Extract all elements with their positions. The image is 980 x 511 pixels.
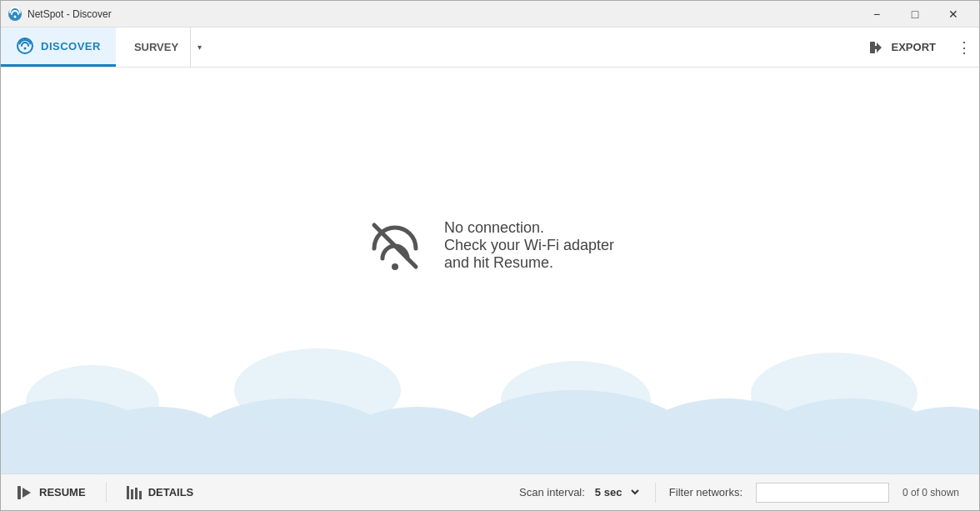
no-connection-panel: No connection. Check your Wi-Fi adapter … [366, 217, 614, 275]
clouds-decoration [1, 340, 979, 473]
no-connection-text: No connection. Check your Wi-Fi adapter … [444, 219, 614, 272]
scan-interval-label: Scan interval: [519, 486, 585, 498]
discover-icon [16, 37, 34, 55]
statusbar: RESUME DETAILS Scan interval: 5 sec 10 s… [1, 473, 979, 510]
window-controls: − □ ✕ [858, 1, 972, 28]
count-badge: 0 of 0 shown [902, 487, 969, 498]
export-icon [868, 40, 885, 55]
svg-rect-5 [870, 42, 875, 53]
no-connection-line1: No connection. [444, 219, 614, 237]
no-connection-line3: and hit Resume. [444, 254, 614, 272]
resume-button[interactable]: RESUME [11, 483, 92, 503]
more-menu-button[interactable]: ⋮ [949, 28, 979, 67]
export-label: EXPORT [892, 41, 936, 53]
svg-rect-9 [127, 486, 129, 499]
details-button[interactable]: DETAILS [120, 483, 201, 503]
resume-label: RESUME [39, 486, 86, 498]
resume-icon [18, 486, 32, 499]
svg-rect-10 [131, 489, 133, 499]
scan-interval-select[interactable]: 5 sec 10 sec 30 sec 60 sec [592, 485, 642, 499]
scan-interval: Scan interval: 5 sec 10 sec 30 sec 60 se… [519, 485, 642, 499]
svg-rect-8 [18, 486, 21, 499]
minimize-button[interactable]: − [858, 1, 896, 28]
svg-point-7 [392, 263, 398, 270]
close-button[interactable]: ✕ [934, 1, 972, 28]
discover-tab-label: DISCOVER [41, 40, 101, 53]
svg-point-1 [14, 15, 17, 18]
statusbar-divider-2 [655, 483, 656, 503]
no-wifi-icon [366, 217, 424, 275]
maximize-button[interactable]: □ [896, 1, 934, 28]
toolbar: DISCOVER SURVEY ▾ EXPORT ⋮ [1, 28, 979, 68]
titlebar: NetSpot - Discover − □ ✕ [1, 1, 979, 28]
no-connection-line2: Check your Wi-Fi adapter [444, 237, 614, 254]
filter-networks-input[interactable] [756, 483, 889, 503]
tab-survey[interactable]: SURVEY [116, 28, 190, 67]
details-icon [127, 486, 142, 499]
svg-rect-11 [135, 488, 138, 499]
svg-point-3 [24, 48, 27, 50]
export-button[interactable]: EXPORT [855, 28, 949, 67]
survey-dropdown-button[interactable]: ▾ [190, 28, 208, 67]
survey-tab-label: SURVEY [134, 41, 178, 53]
tab-discover[interactable]: DISCOVER [1, 28, 116, 67]
details-label: DETAILS [148, 486, 194, 498]
filter-networks-label: Filter networks: [669, 486, 742, 498]
svg-rect-12 [139, 491, 142, 499]
statusbar-divider-1 [106, 483, 107, 503]
window-title: NetSpot - Discover [28, 8, 858, 20]
app-icon [8, 7, 22, 22]
main-content: No connection. Check your Wi-Fi adapter … [1, 68, 979, 473]
